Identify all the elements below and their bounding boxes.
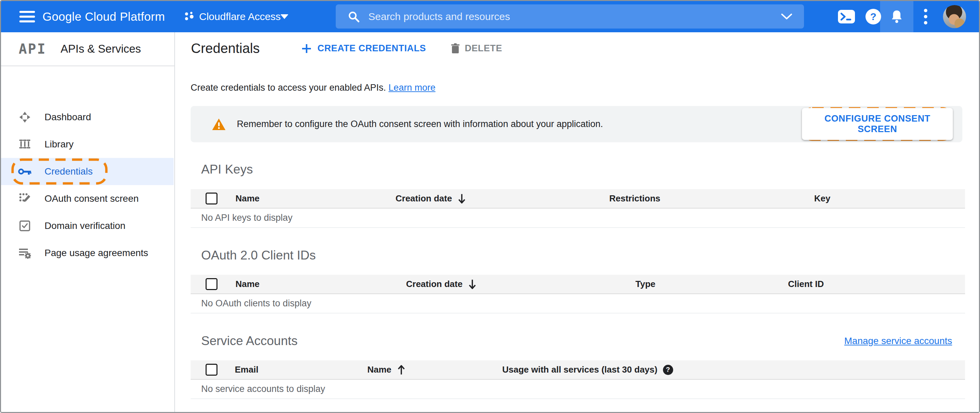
api-logo: API <box>19 41 46 57</box>
sidebar-item-label: Page usage agreements <box>45 248 148 259</box>
column-header-creation-date[interactable]: Creation date <box>396 193 609 204</box>
trash-icon <box>450 43 460 54</box>
sidebar-item-library[interactable]: Library <box>1 131 173 158</box>
sidebar-item-label: Library <box>45 139 74 150</box>
sidebar-item-label: OAuth consent screen <box>45 193 138 204</box>
sidebar: API APIs & Services Dashboard <box>1 32 175 412</box>
service-accounts-table: Email Name Usage with all services (last… <box>191 361 965 399</box>
consent-screen-icon <box>18 192 32 205</box>
main-content: Credentials CREATE CREDENTIALS DELETE Cr… <box>175 32 979 412</box>
api-keys-table: Name Creation date Restrictions Key No A… <box>191 189 965 228</box>
manage-service-accounts-link[interactable]: Manage service accounts <box>844 335 952 346</box>
sidebar-item-label: Dashboard <box>45 112 91 122</box>
sidebar-item-dashboard[interactable]: Dashboard <box>1 103 173 131</box>
sidebar-item-page-usage-agreements[interactable]: Page usage agreements <box>1 240 173 267</box>
learn-more-link[interactable]: Learn more <box>388 83 435 93</box>
menu-icon[interactable] <box>19 11 35 22</box>
column-header-client-id: Client ID <box>788 279 965 289</box>
key-icon <box>18 167 32 176</box>
project-logo-icon <box>185 11 195 22</box>
select-all-checkbox[interactable] <box>205 364 218 376</box>
sidebar-item-credentials[interactable]: Credentials <box>1 158 173 185</box>
cloud-shell-icon[interactable] <box>838 10 855 24</box>
column-header-name: Name <box>235 279 406 289</box>
service-accounts-table-header: Email Name Usage with all services (last… <box>191 361 965 380</box>
api-keys-title: API Keys <box>201 162 253 176</box>
warning-icon <box>212 118 226 131</box>
bell-icon <box>890 9 904 24</box>
usage-help-icon[interactable]: ? <box>663 365 673 375</box>
configure-consent-annotation: CONFIGURE CONSENT SCREEN <box>802 107 953 141</box>
column-header-restrictions: Restrictions <box>609 193 814 204</box>
sidebar-header: API APIs & Services <box>1 32 174 65</box>
api-keys-table-header: Name Creation date Restrictions Key <box>191 189 965 208</box>
help-icon[interactable]: ? <box>865 9 881 24</box>
search-expand-chevron-icon[interactable] <box>781 13 792 20</box>
more-options-icon[interactable] <box>924 9 928 24</box>
banner-message: Remember to configure the OAuth consent … <box>237 119 603 129</box>
sidebar-nav: Dashboard Library <box>1 97 173 267</box>
sidebar-item-domain-verification[interactable]: Domain verification <box>1 212 173 240</box>
select-all-checkbox[interactable] <box>205 278 218 290</box>
column-header-creation-date[interactable]: Creation date <box>406 279 635 290</box>
api-keys-empty-row: No API keys to display <box>191 208 965 228</box>
column-header-usage: Usage with all services (last 30 days) ? <box>502 364 965 375</box>
user-avatar[interactable] <box>943 5 966 28</box>
oauth-clients-table: Name Creation date Type Client ID No OAu… <box>191 275 965 313</box>
dashboard-icon <box>18 111 32 123</box>
service-accounts-title: Service Accounts <box>191 334 298 348</box>
consent-warning-banner: Remember to configure the OAuth consent … <box>191 106 963 142</box>
project-selector[interactable]: Cloudflare Access <box>199 11 281 22</box>
oauth-clients-empty-row: No OAuth clients to display <box>191 294 965 313</box>
oauth-clients-title: OAuth 2.0 Client IDs <box>201 248 316 262</box>
service-accounts-header-row: Service Accounts Manage service accounts <box>191 334 965 348</box>
oauth-clients-table-header: Name Creation date Type Client ID <box>191 275 965 294</box>
sidebar-item-oauth-consent-screen[interactable]: OAuth consent screen <box>1 185 173 212</box>
sort-desc-icon[interactable] <box>457 193 467 204</box>
create-credentials-button[interactable]: CREATE CREDENTIALS <box>301 43 426 54</box>
notifications-button[interactable] <box>880 1 913 32</box>
page-title: Credentials <box>191 41 259 56</box>
sort-asc-icon[interactable] <box>396 364 406 375</box>
domain-verification-icon <box>18 220 32 232</box>
sidebar-item-label: Credentials <box>45 166 93 177</box>
product-logo[interactable]: Google Cloud Platform <box>43 10 165 24</box>
delete-button[interactable]: DELETE <box>450 43 502 54</box>
service-accounts-empty-row: No service accounts to display <box>191 380 965 399</box>
select-all-checkbox[interactable] <box>205 192 218 205</box>
library-icon <box>18 138 32 151</box>
configure-consent-screen-button[interactable]: CONFIGURE CONSENT SCREEN <box>802 108 953 140</box>
search-input[interactable] <box>368 11 781 23</box>
project-caret-icon[interactable] <box>280 14 288 19</box>
column-header-name: Name <box>235 193 396 204</box>
search-bar[interactable] <box>336 5 804 29</box>
sidebar-item-label: Domain verification <box>45 221 126 231</box>
column-header-name[interactable]: Name <box>368 364 502 375</box>
page-usage-icon <box>18 247 32 259</box>
column-header-type: Type <box>635 279 788 289</box>
gcp-console-window: Google Cloud Platform Cloudflare Access … <box>0 0 980 413</box>
top-app-bar: Google Cloud Platform Cloudflare Access … <box>1 1 979 32</box>
sidebar-title: APIs & Services <box>60 43 141 56</box>
page-toolbar: Credentials CREATE CREDENTIALS DELETE <box>175 32 979 65</box>
sort-desc-icon[interactable] <box>467 279 477 290</box>
plus-icon <box>301 43 312 54</box>
intro-text: Create credentials to access your enable… <box>191 83 435 93</box>
column-header-key: Key <box>814 193 965 204</box>
column-header-email: Email <box>235 364 368 375</box>
search-icon <box>347 10 360 23</box>
